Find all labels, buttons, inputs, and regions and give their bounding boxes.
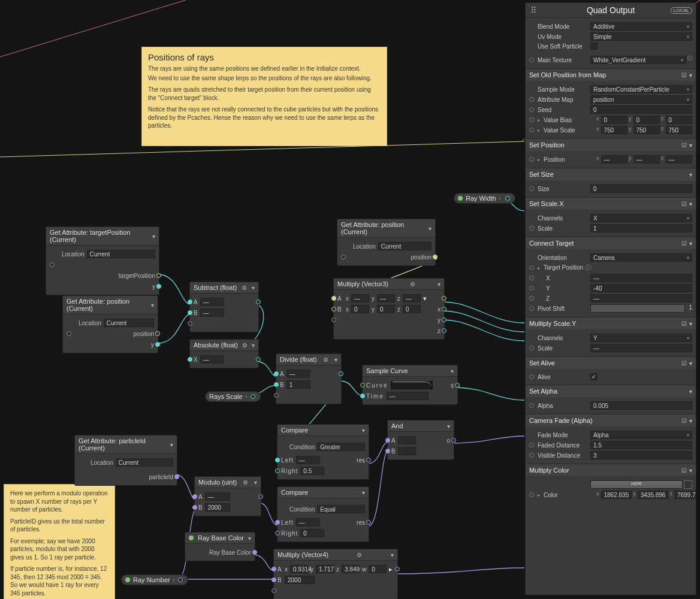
section-head[interactable]: Set Scale.X☑▾ [526,198,696,210]
input-port[interactable] [385,449,390,453]
section-checkbox-icon[interactable]: ☑ [681,142,687,149]
field-x[interactable]: — [601,155,628,164]
field-x[interactable]: 1862.835 [601,491,632,499]
section-checkbox-icon[interactable]: ☑ [681,201,687,207]
input-port[interactable] [274,371,279,376]
input-port[interactable] [331,296,336,301]
section-head[interactable]: Set Position☑▾ [526,139,696,151]
field[interactable]: 0 [590,184,692,193]
port[interactable] [529,306,534,311]
section-head[interactable]: Multiply Color☑▾ [526,464,696,476]
node-ray-base-color[interactable]: Ray Base Color▾ Ray Base Color [185,532,255,561]
output-port[interactable] [258,494,263,499]
field[interactable]: 3 [590,451,692,459]
node-absolute[interactable]: Absolute (float)⚙▾ X— [189,339,259,368]
field[interactable]: 1.5 [590,441,692,449]
chevron-down-icon[interactable]: ▾ [689,467,692,474]
gear-icon[interactable]: ⚙ [410,281,415,288]
input-port[interactable] [188,357,192,362]
node-subtract[interactable]: Subtract (float)⚙▾ A— B— [189,282,259,332]
port[interactable] [529,374,534,379]
port[interactable] [529,453,534,458]
node-compare-1[interactable]: Compare▾ ConditionGreater Left—res Right… [277,424,369,480]
output-port[interactable] [442,317,446,322]
port[interactable] [529,128,534,132]
select[interactable]: X [590,214,692,222]
curve-preview[interactable] [391,381,433,389]
gear-icon[interactable]: ⚙ [357,552,362,558]
port[interactable] [529,265,534,270]
chevron-down-icon[interactable]: ▾ [689,171,692,178]
section-head[interactable]: Set Alpha▾ [526,385,696,397]
input-port[interactable] [360,394,365,398]
port[interactable] [529,97,534,102]
field-x[interactable]: 0 [601,116,628,124]
section-head[interactable]: Connect Target☑▾ [526,237,696,249]
input-port[interactable] [331,317,336,322]
select[interactable]: Alpha [590,431,692,439]
chevron-down-icon[interactable]: ▾ [391,552,394,558]
param-ray-number[interactable]: Ray Number ‹ [121,574,188,585]
chevron-down-icon[interactable]: ▾ [689,418,692,424]
field-x[interactable]: 750 [601,126,628,134]
field-z[interactable]: 0 [666,116,693,124]
output-port[interactable] [395,567,400,571]
chevron-down-icon[interactable]: ▾ [689,360,692,367]
output-port[interactable] [339,371,343,376]
output-port[interactable] [505,196,510,201]
node-divide[interactable]: Divide (float)⚙▾ A— B1 [276,353,342,404]
port[interactable] [529,157,534,162]
field-z[interactable]: — [666,155,693,164]
node-modulo[interactable]: Modulo (uint)⚙▾ A— B2000 [194,476,261,516]
input-port[interactable] [50,262,55,267]
input-port[interactable] [188,300,192,304]
input-port[interactable] [275,531,280,536]
port[interactable] [529,186,534,191]
select[interactable]: position [590,95,692,104]
chevron-down-icon[interactable]: ▾ [447,423,450,429]
chevron-down-icon[interactable]: ▾ [248,535,251,541]
section-checkbox-icon[interactable]: ☑ [681,360,687,367]
field-y[interactable]: 3435.896 [638,491,669,499]
chevron-down-icon[interactable]: ▾ [437,281,440,288]
chevron-down-icon[interactable]: ▾ [362,489,365,496]
chevron-down-icon[interactable]: ▾ [451,368,454,374]
port[interactable] [529,226,534,231]
port[interactable] [529,346,534,350]
field[interactable]: 0.005 [590,401,692,410]
color-swatch[interactable]: HDR [590,480,683,489]
field-z[interactable]: 7699.717 [674,491,696,499]
section-head[interactable]: Multiply Scale.Y☑▾ [526,317,696,329]
input-port[interactable] [275,520,280,525]
input-port[interactable] [331,307,336,311]
node-get-targetposition[interactable]: Get Attribute: targetPosition (Current)▾… [46,226,159,295]
chevron-down-icon[interactable]: ▾ [170,441,173,448]
param-ray-width[interactable]: Ray Width ‹ [454,193,515,204]
input-port[interactable] [341,255,346,259]
output-port[interactable] [252,550,257,555]
chevron-down-icon[interactable]: ▾ [152,233,155,240]
port[interactable] [529,403,534,408]
output-port[interactable] [256,300,261,304]
field-z[interactable]: 750 [666,126,693,134]
section-checkbox-icon[interactable]: ☑ [681,72,687,78]
eyedropper-icon[interactable] [684,480,692,489]
output-port[interactable] [156,284,161,289]
chevron-down-icon[interactable]: ▾ [689,201,692,207]
section-head[interactable]: Set Alive☑▾ [526,357,696,369]
output-port[interactable] [251,394,255,399]
input-port[interactable] [271,567,276,571]
chevron-down-icon[interactable]: ▾ [689,388,692,395]
input-port[interactable] [188,321,192,326]
node-compare-2[interactable]: Compare▾ ConditionEqual Left—res Right0 [277,486,369,542]
gear-icon[interactable]: ⚙ [323,356,328,363]
port[interactable] [529,492,534,497]
output-port[interactable] [442,328,446,333]
section-head[interactable]: Set Size▾ [526,168,696,180]
inspector-title[interactable]: ⠿ Quad Output LOCAL [526,3,696,18]
chevron-down-icon[interactable]: ▾ [151,302,154,308]
node-get-position-1[interactable]: Get Attribute: position (Current)▾ Locat… [62,295,158,353]
port[interactable] [529,58,534,62]
output-port[interactable] [155,331,160,336]
field-y[interactable]: 750 [633,126,660,134]
